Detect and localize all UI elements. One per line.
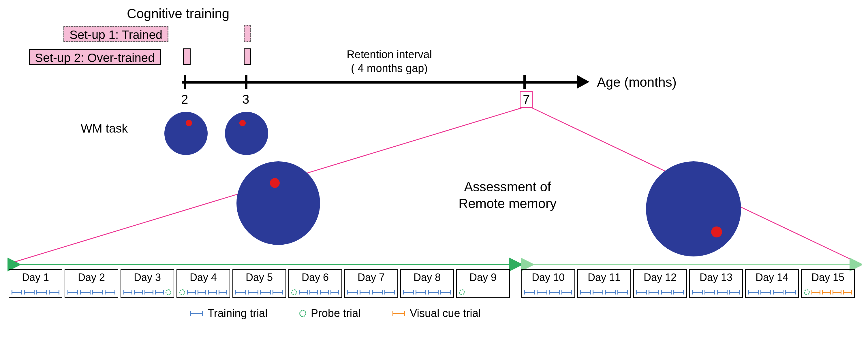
training-trial-icon (649, 289, 659, 295)
day-cell: Day 4 (177, 269, 230, 298)
training-trial-icon (11, 289, 22, 295)
training-trial-icon (134, 289, 143, 295)
probe-trial-icon (299, 310, 306, 317)
training-trial-icon (372, 289, 383, 295)
training-trial-icon (384, 289, 395, 295)
day-label: Day 5 (233, 271, 285, 283)
trial-row (748, 289, 796, 295)
legend: Training trial Probe trial Visual cue tr… (190, 307, 481, 319)
legend-probe: Probe trial (299, 307, 361, 319)
training-trial-icon (67, 289, 78, 295)
training-trial-icon (673, 289, 684, 295)
day-label: Day 13 (690, 271, 742, 283)
platform-dot-icon (711, 227, 722, 237)
day-label: Day 12 (634, 271, 686, 283)
day-label: Day 3 (121, 271, 174, 283)
training-trial-icon (105, 289, 115, 295)
day-label: Day 11 (578, 271, 630, 283)
training-trial-icon (415, 289, 426, 295)
day-cell: Day 13 (689, 269, 743, 298)
training-trial-icon (36, 289, 47, 295)
day-label: Day 2 (65, 271, 118, 283)
trial-row (235, 289, 283, 295)
day-label: Day 14 (746, 271, 798, 283)
day-cell: Day 6 (288, 269, 342, 298)
training-trial-icon (761, 289, 771, 295)
training-trial-icon (273, 289, 283, 295)
trial-row (692, 289, 740, 295)
day-cell: Day 14 (745, 269, 799, 298)
day-cell: Day 7 (344, 269, 398, 298)
age-axis (182, 81, 580, 83)
visual-cue-trial-icon (811, 289, 820, 295)
wm-pool-icon-2 (225, 112, 268, 155)
legend-training-label: Training trial (208, 307, 268, 319)
day-cell: Day 11 (577, 269, 631, 298)
training-trial-icon (187, 289, 196, 295)
training-trial-icon (617, 289, 628, 295)
training-trial-icon (155, 289, 164, 295)
trial-row (123, 289, 171, 295)
setup2-training-marker-b (244, 48, 251, 65)
probe-trial-icon (804, 289, 810, 295)
setup1-training-marker (244, 25, 251, 42)
day-cell: Day 1 (9, 269, 62, 298)
retention-interval-label: Retention interval ( 4 months gap) (329, 48, 450, 75)
legend-visual: Visual cue trial (393, 307, 481, 319)
platform-dot-icon (239, 120, 246, 126)
trial-row (291, 289, 339, 295)
axis-tick-2 (184, 75, 186, 89)
training-trial-icon (537, 289, 547, 295)
setup2-label: Set-up 2: Over-trained (29, 49, 161, 65)
axis-ticklabel-7: 7 (520, 91, 533, 108)
trial-row (67, 289, 115, 295)
day-cell: Day 15 (801, 269, 855, 298)
day-cell: Day 10 (521, 269, 575, 298)
training-trial-icon (692, 289, 703, 295)
training-trial-icon (524, 289, 535, 295)
training-trial-icon (197, 289, 207, 295)
training-trial-icon (561, 289, 572, 295)
training-trial-icon (299, 289, 308, 295)
legend-training: Training trial (190, 307, 268, 319)
training-trial-icon (428, 289, 439, 295)
day-label: Day 8 (401, 271, 453, 283)
training-trial-icon (785, 289, 796, 295)
training-trial-icon (593, 289, 603, 295)
probe-trial-icon (179, 289, 185, 295)
training-trial-icon (549, 289, 560, 295)
probe-trial-icon (459, 289, 465, 295)
training-trial-icon (717, 289, 727, 295)
training-trial-icon (190, 311, 203, 316)
wm-pool-icon-1 (164, 112, 208, 155)
trial-row (179, 289, 227, 295)
visual-cue-trial-icon (843, 289, 852, 295)
day-row: Day 1Day 2Day 3Day 4Day 5Day 6Day 7Day 8… (9, 269, 855, 298)
training-trial-icon (208, 289, 217, 295)
training-trial-icon (729, 289, 740, 295)
trial-row (804, 289, 852, 295)
training-trial-icon (661, 289, 672, 295)
setup2-training-marker-a (183, 48, 191, 65)
training-trial-icon (403, 289, 414, 295)
legend-visual-label: Visual cue trial (410, 307, 481, 319)
training-trial-icon (580, 289, 591, 295)
age-axis-arrowhead-icon (577, 75, 589, 89)
setup1-label: Set-up 1: Trained (63, 26, 168, 42)
diagram-root: Cognitive training Set-up 1: Trained Set… (6, 6, 862, 332)
trial-row (11, 289, 59, 295)
training-trial-icon (260, 289, 271, 295)
training-trial-icon (248, 289, 258, 295)
axis-ticklabel-3: 3 (242, 92, 249, 107)
training-trial-icon (49, 289, 59, 295)
training-trial-icon (123, 289, 132, 295)
training-trial-icon (705, 289, 715, 295)
axis-tick-7 (523, 75, 526, 89)
day-label: Day 1 (9, 271, 62, 283)
remote-pool-icon-2 (646, 161, 741, 257)
training-trial-icon (636, 289, 647, 295)
wm-task-label: WM task (81, 122, 128, 135)
training-trial-icon (80, 289, 91, 295)
training-trial-icon (24, 289, 35, 295)
visual-cue-trial-icon (833, 289, 841, 295)
